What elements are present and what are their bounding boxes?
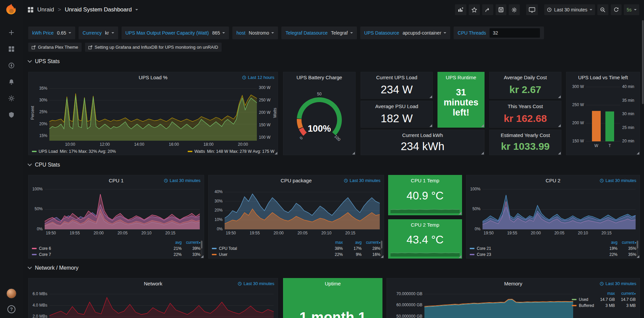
panel-resize-handle[interactable] bbox=[381, 255, 383, 258]
panel-resize-handle[interactable] bbox=[352, 152, 355, 154]
add-panel-button[interactable] bbox=[455, 4, 466, 15]
legend-scrollbar[interactable] bbox=[201, 240, 202, 257]
explore-compass-icon[interactable] bbox=[8, 62, 15, 69]
panel-resize-handle[interactable] bbox=[558, 152, 561, 154]
cpu-package-chart[interactable]: 40%30%20%10%0%19:5019:5520:0020:0520:102… bbox=[209, 185, 384, 236]
legend-column-max[interactable]: max bbox=[594, 291, 615, 296]
ups-load-vs-time-chart[interactable]: 300 W250 W200 W150 W40 min35 min30 min25… bbox=[566, 82, 640, 155]
legend-series-watts[interactable]: Watts Min: 148 W Max: 278 W Avg: 175 W bbox=[188, 149, 274, 154]
grafana-logo-icon[interactable] bbox=[4, 3, 19, 18]
star-button[interactable] bbox=[469, 4, 480, 15]
panel-resize-handle[interactable] bbox=[459, 255, 461, 258]
cycle-view-monitor-icon[interactable] bbox=[526, 4, 538, 15]
cpu1-chart[interactable]: 100%50%0%19:5019:5520:0020:0520:1020:15 bbox=[29, 185, 204, 236]
legend-series-ups-load[interactable]: UPS Load Min: 17% Max: 32% Avg: 20% bbox=[32, 149, 116, 154]
legend-column-current[interactable]: current▾ bbox=[362, 240, 380, 245]
legend-scrollbar[interactable] bbox=[381, 240, 382, 257]
legend-series[interactable]: Core 6 bbox=[32, 246, 163, 251]
legend-series[interactable]: Core 23 bbox=[470, 252, 599, 257]
ups-load-chart[interactable]: 35%30%25%20%15%300 W250 W200 W150 W100 W… bbox=[29, 82, 278, 147]
page-scrollbar[interactable] bbox=[641, 19, 644, 318]
panel-title[interactable]: CPU 1 Temp bbox=[411, 178, 440, 183]
panel-resize-handle[interactable] bbox=[459, 212, 461, 215]
dashboard-title[interactable]: Unraid System Dashboard bbox=[65, 6, 132, 13]
panel-title[interactable]: This Years Cost bbox=[508, 103, 543, 109]
panel-title[interactable]: UPS Runtime bbox=[446, 75, 476, 80]
legend-series[interactable]: CPU Total bbox=[212, 246, 324, 251]
legend-column-avg[interactable]: avg bbox=[599, 240, 617, 245]
legend-column-avg[interactable]: avg bbox=[343, 240, 362, 245]
link-grafana-plex-theme[interactable]: Grafana Plex Theme bbox=[28, 43, 82, 52]
variable-ups-max-output[interactable]: UPS Max Output Power Capacity (Watt) 865 bbox=[122, 27, 229, 39]
create-plus-icon[interactable] bbox=[8, 29, 15, 36]
panel-title[interactable]: Memory bbox=[504, 281, 522, 286]
legend-series[interactable]: Core 21 bbox=[470, 246, 599, 251]
panel-title[interactable]: CPU 2 bbox=[546, 178, 560, 183]
share-button[interactable] bbox=[482, 4, 493, 15]
time-range-picker[interactable]: Last 30 minutes bbox=[544, 4, 595, 15]
panel-title[interactable]: Estimated Yearly Cost bbox=[501, 132, 550, 138]
memory-chart[interactable]: 70.000000 GB60.000000 GB50.000000 GB bbox=[387, 288, 576, 318]
legend-series[interactable]: Used bbox=[572, 297, 594, 302]
panel-title[interactable]: Average Daily Cost bbox=[504, 75, 547, 80]
battery-gauge[interactable]: 050100100% bbox=[283, 82, 355, 155]
variable-ups-datasource[interactable]: UPS Datasource apcupsd-container bbox=[360, 27, 450, 39]
variable-telegraf-datasource[interactable]: Telegraf Datasource Telegraf bbox=[281, 27, 357, 39]
panel-resize-handle[interactable] bbox=[637, 255, 639, 258]
panel-resize-handle[interactable] bbox=[558, 124, 561, 127]
panel-resize-handle[interactable] bbox=[275, 152, 277, 154]
panel-title[interactable]: Current UPS Load bbox=[376, 75, 417, 80]
panel-title[interactable]: CPU 1 bbox=[109, 178, 124, 183]
panel-resize-handle[interactable] bbox=[637, 152, 639, 154]
variable-kwh-price[interactable]: kWh Price 0.65 bbox=[28, 27, 75, 39]
panel-title[interactable]: CPU 2 Temp bbox=[411, 222, 440, 228]
alerting-bell-icon[interactable] bbox=[8, 78, 15, 86]
row-header-ups-stats[interactable]: UPS Stats bbox=[28, 58, 60, 64]
row-header-network-memory[interactable]: Network / Memory bbox=[28, 265, 79, 271]
legend-column-current[interactable]: current▾ bbox=[615, 291, 636, 296]
dashboards-icon[interactable] bbox=[8, 45, 15, 53]
panel-resize-handle[interactable] bbox=[429, 95, 432, 98]
legend-series[interactable]: Core 7 bbox=[32, 252, 163, 257]
breadcrumb-org[interactable]: Unraid bbox=[37, 6, 54, 13]
user-avatar[interactable] bbox=[6, 288, 16, 299]
panel-resize-handle[interactable] bbox=[481, 152, 484, 154]
legend-column-current[interactable]: current▾ bbox=[617, 240, 636, 245]
legend-series[interactable]: User bbox=[212, 252, 324, 257]
panel-title[interactable]: UPS Battery Charge bbox=[296, 75, 342, 80]
dashboard-dropdown-caret-icon[interactable] bbox=[135, 9, 138, 10]
legend-series[interactable]: Buffered bbox=[572, 303, 594, 308]
row-header-cpu-stats[interactable]: CPU Stats bbox=[28, 162, 60, 168]
panel-title[interactable]: Current Load kWh bbox=[402, 132, 443, 138]
panel-title[interactable]: Average PSU Load bbox=[375, 103, 418, 109]
link-ups-monitoring-guide[interactable]: Setting up Grafana and InfluxDB for UPS … bbox=[85, 43, 222, 52]
cpu-threads-input[interactable]: 32 bbox=[490, 28, 540, 38]
page-scrollbar-thumb[interactable] bbox=[642, 20, 644, 104]
panel-title[interactable]: CPU package bbox=[281, 178, 312, 183]
legend-scrollbar[interactable] bbox=[637, 240, 638, 257]
legend-column-max[interactable]: max bbox=[324, 240, 343, 245]
save-button[interactable] bbox=[496, 4, 506, 15]
zoom-out-button[interactable] bbox=[597, 4, 608, 15]
legend-column-avg[interactable]: avg bbox=[163, 240, 182, 245]
variable-host[interactable]: host Nostromo bbox=[232, 27, 278, 39]
panel-resize-handle[interactable] bbox=[429, 124, 432, 127]
cpu2-chart[interactable]: 100%50%0%19:5019:5520:0020:0520:1020:15 bbox=[466, 185, 640, 236]
panel-title[interactable]: Network bbox=[144, 281, 162, 286]
panel-title[interactable]: UPS Load vs Time left bbox=[578, 75, 628, 80]
grid-icon[interactable] bbox=[28, 7, 34, 13]
settings-gear-icon[interactable] bbox=[509, 4, 520, 15]
variable-currency[interactable]: Currency kr bbox=[79, 27, 118, 39]
admin-shield-icon[interactable] bbox=[8, 111, 15, 119]
configuration-gear-icon[interactable] bbox=[8, 95, 15, 102]
panel-resize-handle[interactable] bbox=[481, 124, 484, 127]
panel-resize-handle[interactable] bbox=[201, 255, 203, 258]
legend-column-current[interactable]: current▾ bbox=[182, 240, 200, 245]
network-chart[interactable]: 6.0 MBs4.0 MBs2.0 MBs bbox=[29, 288, 278, 318]
refresh-button[interactable] bbox=[611, 4, 622, 15]
panel-resize-handle[interactable] bbox=[558, 95, 561, 98]
panel-title[interactable]: Uptime bbox=[325, 281, 341, 286]
help-icon[interactable]: ? bbox=[7, 305, 15, 313]
panel-title[interactable]: UPS Load % bbox=[139, 75, 168, 80]
refresh-interval-picker[interactable]: 5s bbox=[624, 4, 639, 15]
